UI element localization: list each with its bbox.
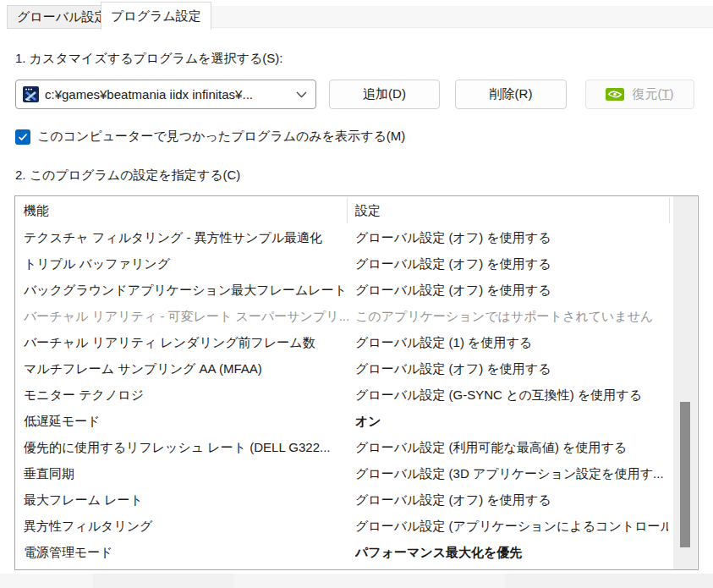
remove-button[interactable]: 削除(R) xyxy=(455,80,567,109)
table-body: テクスチャ フィルタリング - 異方性サンプル最適化グローバル設定 (オフ) を… xyxy=(15,225,698,566)
setting-cell: グローバル設定 (オフ) を使用する xyxy=(355,225,668,251)
setting-cell: グローバル設定 (アプリケーションによるコントロール) ... xyxy=(355,514,668,540)
vertical-scrollbar-thumb[interactable] xyxy=(680,402,690,547)
vertical-scrollbar-track[interactable] xyxy=(673,196,697,569)
chevron-down-icon xyxy=(296,91,307,98)
setting-cell: グローバル設定 (1) を使用する xyxy=(355,330,668,356)
table-row[interactable]: 優先的に使用するリフレッシュ レート (DELL G322...グローバル設定 … xyxy=(15,435,698,461)
feature-cell: 異方性フィルタリング xyxy=(24,514,349,540)
feature-cell: 低遅延モード xyxy=(24,409,349,435)
show-found-programs-checkbox-row[interactable]: このコンピューターで見つかったプログラムのみを表示する(M) xyxy=(15,129,405,145)
table-row[interactable]: 電源管理モードパフォーマンス最大化を優先 xyxy=(15,540,698,566)
table-row[interactable]: バーチャル リアリティ レンダリング前フレーム数グローバル設定 (1) を使用す… xyxy=(15,330,698,356)
add-button-label: 追加(D) xyxy=(363,86,406,102)
bottom-strip-segment xyxy=(234,574,505,588)
setting-cell: パフォーマンス最大化を優先 xyxy=(355,540,668,566)
add-button[interactable]: 追加(D) xyxy=(329,80,440,109)
table-row[interactable]: バックグラウンドアプリケーション最大フレームレートグローバル設定 (オフ) を使… xyxy=(15,278,698,304)
table-row[interactable]: トリプル バッファリンググローバル設定 (オフ) を使用する xyxy=(15,251,698,278)
restore-button[interactable]: 復元(T) xyxy=(585,80,694,109)
feature-cell: 優先的に使用するリフレッシュ レート (DELL G322... xyxy=(24,435,349,461)
program-select-value: c:¥games¥beatmania iidx infinitas¥... xyxy=(45,87,291,102)
table-row[interactable]: バーチャル リアリティ - 可変レート スーパーサンプリ...このアプリケーショ… xyxy=(15,304,698,330)
show-found-programs-label: このコンピューターで見つかったプログラムのみを表示する(M) xyxy=(37,129,405,145)
remove-button-label: 削除(R) xyxy=(490,86,533,102)
setting-cell: グローバル設定 (オフ) を使用する xyxy=(355,487,668,514)
feature-column-header[interactable]: 機能 xyxy=(24,196,49,225)
tab-global-settings-label: グローバル設定 xyxy=(17,9,107,25)
setting-column-header[interactable]: 設定 xyxy=(355,196,381,225)
feature-cell: 垂直同期 xyxy=(24,461,349,487)
specify-settings-title: 2. このプログラムの設定を指定する(C) xyxy=(15,168,240,184)
table-row[interactable]: テクスチャ フィルタリング - 異方性サンプル最適化グローバル設定 (オフ) を… xyxy=(15,225,698,251)
nvidia-eye-icon xyxy=(606,88,624,101)
header-divider xyxy=(669,198,670,223)
setting-cell: グローバル設定 (オフ) を使用する xyxy=(355,251,668,278)
table-row[interactable]: モニター テクノロジグローバル設定 (G-SYNC との互換性) を使用する xyxy=(15,382,698,409)
program-select-dropdown[interactable]: c:¥games¥beatmania iidx infinitas¥... xyxy=(15,80,316,109)
setting-cell: グローバル設定 (3D アプリケーション設定を使用す... xyxy=(355,461,668,487)
table-row[interactable]: 最大フレーム レートグローバル設定 (オフ) を使用する xyxy=(15,487,698,514)
table-row[interactable]: 垂直同期グローバル設定 (3D アプリケーション設定を使用す... xyxy=(15,461,698,487)
feature-cell: 最大フレーム レート xyxy=(24,487,349,514)
setting-cell: このアプリケーションではサポートされていません xyxy=(355,304,668,330)
beatmania-app-icon xyxy=(23,86,39,102)
header-divider xyxy=(347,198,348,223)
tab-program-settings[interactable]: プログラム設定 xyxy=(101,2,211,30)
setting-cell: オン xyxy=(355,409,668,435)
table-row[interactable]: 異方性フィルタリンググローバル設定 (アプリケーションによるコントロール) ..… xyxy=(15,514,698,540)
feature-cell: バックグラウンドアプリケーション最大フレームレート xyxy=(24,278,349,304)
feature-cell: トリプル バッファリング xyxy=(24,251,349,278)
checkbox-checked-icon[interactable] xyxy=(15,129,30,145)
window-bottom-strip xyxy=(0,574,713,588)
table-header-row: 機能 設定 xyxy=(15,196,698,225)
tab-global-settings[interactable]: グローバル設定 xyxy=(7,5,116,29)
bottom-strip-segment xyxy=(0,574,93,588)
feature-cell: 電源管理モード xyxy=(24,540,349,566)
tab-program-settings-label: プログラム設定 xyxy=(111,8,201,25)
setting-cell: グローバル設定 (オフ) を使用する xyxy=(355,356,668,382)
setting-cell: グローバル設定 (利用可能な最高値) を使用する xyxy=(355,435,668,461)
feature-cell: テクスチャ フィルタリング - 異方性サンプル最適化 xyxy=(24,225,349,251)
feature-cell: バーチャル リアリティ レンダリング前フレーム数 xyxy=(24,330,349,356)
setting-cell: グローバル設定 (オフ) を使用する xyxy=(355,278,668,304)
tab-strip-background xyxy=(204,6,713,28)
feature-cell: マルチフレーム サンプリング AA (MFAA) xyxy=(24,356,349,382)
table-row[interactable]: 低遅延モードオン xyxy=(15,409,698,435)
feature-cell: バーチャル リアリティ - 可変レート スーパーサンプリ... xyxy=(24,304,349,330)
settings-table: 機能 設定 テクスチャ フィルタリング - 異方性サンプル最適化グローバル設定 … xyxy=(14,195,699,570)
restore-button-label: 復元(T) xyxy=(632,86,673,102)
setting-cell: グローバル設定 (G-SYNC との互換性) を使用する xyxy=(355,382,668,409)
table-row[interactable]: マルチフレーム サンプリング AA (MFAA)グローバル設定 (オフ) を使用… xyxy=(15,356,698,382)
feature-cell: モニター テクノロジ xyxy=(24,382,349,409)
select-program-title: 1. カスタマイズするプログラムを選択する(S): xyxy=(15,51,282,67)
